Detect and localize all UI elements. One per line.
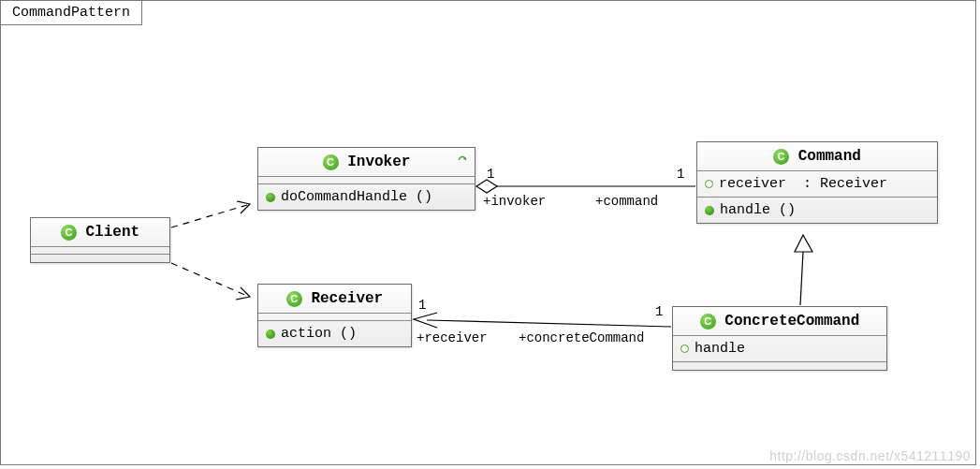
class-header: C Client bbox=[31, 218, 169, 247]
role-label: +command bbox=[595, 194, 658, 209]
class-attrs-empty bbox=[31, 247, 169, 255]
class-header: C ConcreteCommand bbox=[673, 307, 886, 336]
multiplicity-label: 1 bbox=[418, 298, 426, 313]
role-label: +invoker bbox=[483, 194, 546, 209]
class-header: C Receiver bbox=[258, 285, 411, 314]
class-ops: handle () bbox=[697, 198, 937, 223]
package-icon bbox=[705, 180, 713, 188]
class-icon: C bbox=[323, 154, 339, 170]
class-name: Command bbox=[798, 148, 861, 165]
operation-row: handle () bbox=[705, 200, 929, 220]
public-icon bbox=[266, 193, 275, 202]
frame-title: CommandPattern bbox=[0, 0, 142, 25]
multiplicity-label: 1 bbox=[655, 304, 663, 319]
operation-row: doCommandHandle () bbox=[266, 187, 467, 207]
multiplicity-label: 1 bbox=[487, 167, 494, 182]
link-icon bbox=[456, 154, 469, 167]
class-attrs: handle bbox=[673, 336, 886, 362]
public-icon bbox=[266, 330, 275, 339]
multiplicity-label: 1 bbox=[677, 167, 684, 182]
package-icon bbox=[680, 344, 689, 353]
attribute-row: handle bbox=[680, 339, 879, 359]
attribute-text: handle bbox=[695, 341, 745, 357]
class-receiver: C Receiver action () bbox=[257, 284, 412, 347]
class-icon: C bbox=[61, 225, 77, 241]
operation-text: action () bbox=[281, 326, 357, 342]
class-name: Invoker bbox=[347, 154, 410, 170]
class-client: C Client bbox=[30, 217, 170, 263]
class-concrete-command: C ConcreteCommand handle bbox=[672, 306, 887, 371]
class-header: C Command bbox=[697, 142, 937, 171]
operation-text: handle () bbox=[720, 202, 796, 218]
attribute-row: receiver : Receiver bbox=[705, 174, 929, 194]
watermark: http://blog.csdn.net/x541211190 bbox=[769, 448, 971, 463]
class-attrs: receiver : Receiver bbox=[697, 171, 937, 198]
class-ops: action () bbox=[258, 321, 411, 346]
attribute-text: receiver : Receiver bbox=[719, 176, 887, 192]
class-attrs-empty bbox=[258, 177, 475, 184]
class-command: C Command receiver : Receiver handle () bbox=[696, 141, 938, 224]
class-icon: C bbox=[773, 149, 789, 165]
class-ops-empty bbox=[31, 255, 169, 262]
class-name: Client bbox=[86, 224, 140, 241]
class-icon: C bbox=[286, 291, 302, 307]
class-header: C Invoker bbox=[258, 148, 475, 177]
class-name: ConcreteCommand bbox=[724, 313, 859, 330]
class-ops: doCommandHandle () bbox=[258, 184, 475, 210]
role-label: +receiver bbox=[417, 330, 488, 345]
class-name: Receiver bbox=[311, 290, 383, 307]
class-ops-empty bbox=[673, 362, 886, 370]
class-icon: C bbox=[700, 314, 716, 330]
operation-row: action () bbox=[266, 324, 403, 344]
operation-text: doCommandHandle () bbox=[281, 189, 432, 205]
public-icon bbox=[705, 206, 714, 215]
class-invoker: C Invoker doCommandHandle () bbox=[257, 147, 475, 211]
class-attrs-empty bbox=[258, 314, 411, 321]
role-label: +concreteCommand bbox=[519, 330, 644, 345]
